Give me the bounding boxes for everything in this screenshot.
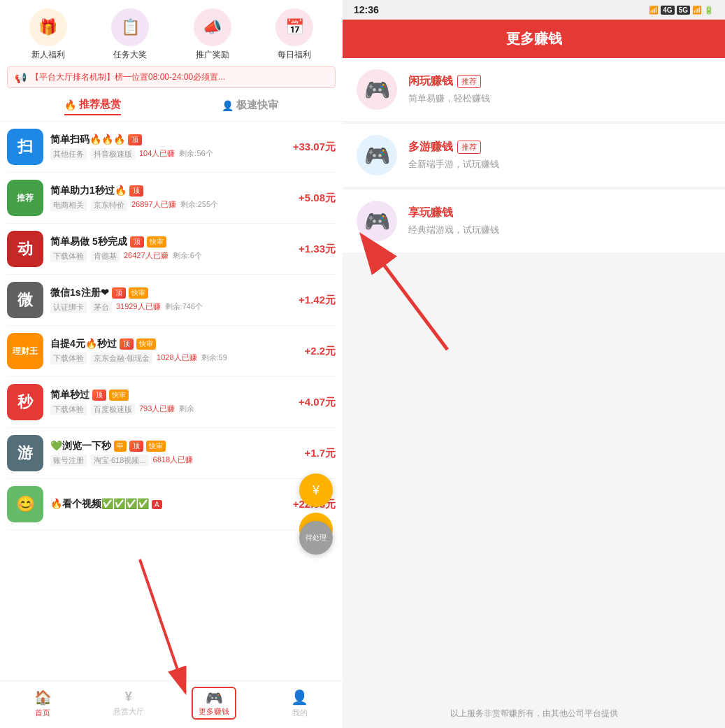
task-reward: +1.42元	[299, 294, 336, 307]
task-meta-tag: 其他任务	[50, 148, 87, 160]
task-item[interactable]: 理财王 自提4元🔥秒过 顶 快审 下载体验 京东金融·领现金 1028人已赚 剩…	[7, 326, 336, 377]
task-remain: 剩余:59	[201, 352, 227, 364]
task-avatar: 游	[7, 435, 43, 471]
status-bar: 12:36 📶 4G 5G 📶 🔋	[343, 0, 725, 20]
daily-icon: 📅	[275, 8, 313, 46]
more-earn-box: 🎮 更多赚钱	[192, 687, 236, 720]
task-avatar: 秒	[7, 384, 43, 420]
task-title-row: 微信1s注册❤ 顶 快审	[50, 287, 292, 299]
task-reward: +1.33元	[299, 243, 336, 256]
task-meta-tag: 下载体验	[50, 250, 87, 262]
icon-item-task[interactable]: 📋 任务大奖	[111, 8, 149, 61]
earn-item-multi[interactable]: 🎮 多游赚钱 推荐 全新端手游，试玩赚钱	[343, 124, 725, 187]
task-item[interactable]: 😊 🔥看个视频✅✅✅✅ A +22.68元	[7, 479, 336, 530]
task-title-row: 简单助力1秒过🔥 顶	[50, 185, 292, 197]
task-badge-apply: 申	[114, 441, 127, 452]
earn-info-idle: 闲玩赚钱 推荐 简单易赚，轻松赚钱	[408, 74, 711, 105]
nav-mine[interactable]: 👤 我的	[257, 689, 343, 718]
task-reward: +4.07元	[299, 396, 336, 409]
status-icons: 📶 4G 5G 📶 🔋	[649, 6, 714, 15]
task-badge-top: 顶	[129, 185, 143, 197]
task-meta: 下载体验 京东金融·领现金 1028人已赚 剩余:59	[50, 352, 297, 364]
nav-more-earn[interactable]: 🎮 更多赚钱	[171, 687, 257, 720]
task-count: 31929人已赚	[116, 301, 161, 313]
task-title-row: 简单秒过 顶 快审	[50, 389, 292, 401]
tab-recommend[interactable]: 🔥 推荐悬赏	[64, 98, 121, 115]
earn-title-enjoy: 享玩赚钱	[408, 206, 453, 220]
person-icon: 👤	[222, 100, 234, 111]
task-meta: 认证绑卡 茅台 31929人已赚 剩余:746个	[50, 301, 292, 313]
task-avatar: 扫	[7, 129, 43, 165]
task-meta-tag: 京东金融·领现金	[91, 352, 152, 364]
signal-4g: 4G	[661, 6, 674, 15]
task-info: 简单易做 5秒完成 顶 快审 下载体验 肯德基 26427人已赚 剩余:6个	[50, 236, 292, 262]
task-avatar: 微	[7, 282, 43, 318]
task-avatar: 😊	[7, 486, 43, 522]
signal-bars: 📶	[692, 6, 702, 15]
disclaimer-text: 以上服务非赏帮赚所有，由其他公司平台提供	[450, 708, 618, 718]
task-item[interactable]: 秒 简单秒过 顶 快审 下载体验 百度极速版 793人已赚 剩余 +4.07元	[7, 377, 336, 428]
bounty-label: 悬赏大厅	[113, 706, 144, 717]
earn-info-enjoy: 享玩赚钱 经典端游戏，试玩赚钱	[408, 206, 711, 236]
yuan-icon: ¥	[125, 690, 132, 704]
right-header: 更多赚钱	[343, 20, 725, 58]
task-info: 🔥看个视频✅✅✅✅ A	[50, 498, 286, 511]
earn-now-icon: ¥	[313, 483, 320, 498]
task-title-row: 简单易做 5秒完成 顶 快审	[50, 236, 292, 248]
task-meta-tag: 茅台	[91, 301, 112, 313]
task-item[interactable]: 推荐 简单助力1秒过🔥 顶 电商相关 京东特价 26897人已赚 剩余:255个…	[7, 173, 336, 224]
task-item[interactable]: 微 微信1s注册❤ 顶 快审 认证绑卡 茅台 31929人已赚 剩余:746个 …	[7, 275, 336, 326]
earn-desc-idle: 简单易赚，轻松赚钱	[408, 93, 490, 104]
earn-now-button[interactable]: ¥	[299, 473, 333, 507]
task-item[interactable]: 动 简单易做 5秒完成 顶 快审 下载体验 肯德基 26427人已赚 剩余:6个…	[7, 224, 336, 275]
announcement-bar[interactable]: 📢 【平台大厅排名机制】榜一位置08:00-24:00必须置...	[7, 66, 336, 88]
task-item[interactable]: 扫 简单扫码🔥🔥🔥 顶 其他任务 抖音极速版 104人已赚 剩余:56个 +33…	[7, 122, 336, 173]
icon-item-daily[interactable]: 📅 每日福利	[275, 8, 313, 61]
right-panel: 12:36 📶 4G 5G 📶 🔋 更多赚钱 🎮 闲玩赚钱 推荐 简单易赚，轻松…	[343, 0, 725, 728]
task-meta-tag: 认证绑卡	[50, 301, 87, 313]
earn-title-multi: 多游赚钱	[408, 140, 453, 155]
earn-badge-rec-idle: 推荐	[457, 75, 481, 88]
task-info: 微信1s注册❤ 顶 快审 认证绑卡 茅台 31929人已赚 剩余:746个	[50, 287, 292, 313]
task-meta-tag: 下载体验	[50, 404, 87, 415]
tab-quick[interactable]: 👤 极速快审	[222, 98, 278, 115]
announce-icon: 📢	[15, 72, 27, 83]
icon-item-gift[interactable]: 🎁 新人福利	[29, 8, 67, 61]
earn-info-multi: 多游赚钱 推荐 全新端手游，试玩赚钱	[408, 140, 711, 171]
task-remain: 剩余:6个	[173, 250, 202, 262]
earn-desc-multi: 全新端手游，试玩赚钱	[408, 159, 499, 169]
task-meta-tag: 电商相关	[50, 199, 87, 211]
task-remain: 剩余	[179, 404, 194, 415]
task-title: 简单助力1秒过🔥	[50, 185, 127, 197]
task-title-row: 🔥看个视频✅✅✅✅ A	[50, 498, 286, 511]
earn-avatar-enjoy: 🎮	[357, 201, 397, 241]
nav-bounty[interactable]: ¥ 悬赏大厅	[86, 690, 172, 717]
promo-label: 推广奖励	[196, 49, 229, 61]
task-title: 简单秒过	[50, 389, 89, 401]
daily-label: 每日福利	[278, 49, 311, 61]
task-badge-top: 顶	[120, 338, 134, 350]
wifi-icon: 📶	[649, 6, 659, 15]
task-title: 微信1s注册❤	[50, 287, 109, 299]
earn-title-idle: 闲玩赚钱	[408, 74, 453, 89]
nav-home[interactable]: 🏠 首页	[0, 689, 86, 718]
task-list: 扫 简单扫码🔥🔥🔥 顶 其他任务 抖音极速版 104人已赚 剩余:56个 +33…	[0, 122, 343, 680]
task-avatar: 理财王	[7, 333, 43, 369]
task-title: 自提4元🔥秒过	[50, 338, 117, 350]
pending-button[interactable]: 待处理	[299, 521, 333, 555]
task-item[interactable]: 游 💚浏览一下秒 申 顶 快审 账号注册 淘宝·618视频... 6818人已赚…	[7, 428, 336, 479]
tab-quick-label: 极速快审	[236, 99, 278, 112]
icon-item-promo[interactable]: 📣 推广奖励	[194, 8, 231, 61]
task-info: 简单助力1秒过🔥 顶 电商相关 京东特价 26897人已赚 剩余:255个	[50, 185, 292, 211]
earn-item-idle[interactable]: 🎮 闲玩赚钱 推荐 简单易赚，轻松赚钱	[343, 58, 725, 121]
task-meta-tag: 京东特价	[91, 199, 127, 211]
battery-icon: 🔋	[704, 6, 714, 15]
earn-avatar-idle: 🎮	[357, 69, 397, 110]
left-panel: 🎁 新人福利 📋 任务大奖 📣 推广奖励 📅 每日福利 📢 【平台大厅排名机制】…	[0, 0, 343, 728]
task-meta: 下载体验 肯德基 26427人已赚 剩余:6个	[50, 250, 292, 262]
task-badge-fast: 快审	[147, 236, 166, 248]
earn-item-enjoy[interactable]: 🎮 享玩赚钱 经典端游戏，试玩赚钱	[343, 190, 725, 252]
task-avatar: 推荐	[7, 180, 43, 216]
task-title: 🔥看个视频✅✅✅✅	[50, 498, 149, 511]
earn-title-row-idle: 闲玩赚钱 推荐	[408, 74, 711, 89]
